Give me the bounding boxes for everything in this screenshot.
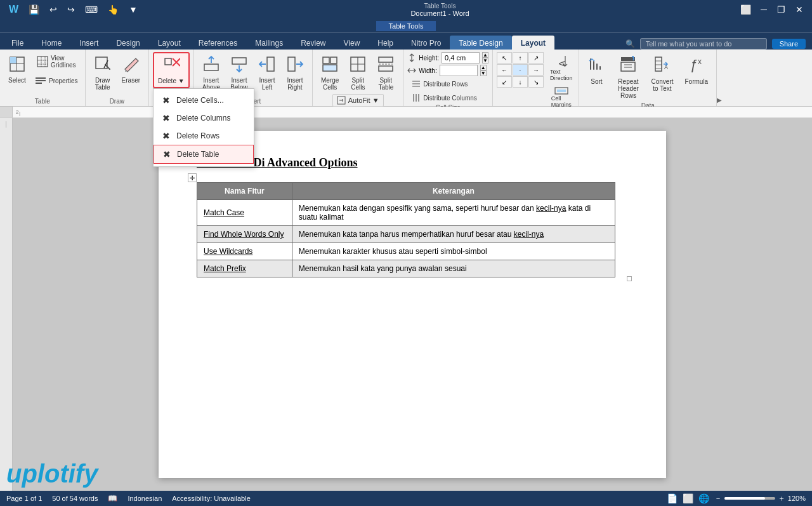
web-layout-icon[interactable]: 🌐: [698, 493, 709, 503]
tab-view[interactable]: View: [335, 36, 369, 50]
desc-cell-2: Menemukan kata tanpa harus memperhatikan…: [292, 226, 615, 243]
width-down-button[interactable]: ▼: [480, 70, 487, 76]
share-button[interactable]: Share: [772, 39, 806, 49]
formula-icon: ƒx: [688, 55, 705, 77]
svg-rect-28: [13, 107, 812, 118]
tab-table-design[interactable]: Table Design: [450, 36, 511, 50]
more-icon[interactable]: ▼: [126, 3, 140, 16]
zoom-in-icon[interactable]: ＋: [778, 493, 785, 504]
cell-margins-button[interactable]: CellMargins: [547, 85, 575, 109]
autofit-button[interactable]: AutoFit ▼: [332, 94, 384, 107]
tab-mailings[interactable]: Mailings: [246, 36, 292, 50]
text-direction-button[interactable]: A TextDirection: [547, 52, 575, 83]
delete-cells-icon: ✖: [161, 95, 171, 105]
view-gridlines-button[interactable]: ViewGridlines: [34, 52, 79, 71]
tab-nitro-pro[interactable]: Nitro Pro: [402, 36, 450, 50]
align-bottom-center-button[interactable]: ↓: [513, 76, 528, 88]
align-middle-right-button[interactable]: →: [528, 64, 544, 76]
insert-right-button[interactable]: InsertRight: [282, 52, 308, 94]
tab-review[interactable]: Review: [292, 36, 334, 50]
status-right: 📄 ⬜ 🌐 － ＋ 120%: [667, 493, 806, 504]
print-layout-icon[interactable]: ⬜: [683, 493, 693, 503]
align-top-left-button[interactable]: ↖: [497, 52, 512, 63]
sort-label: Sort: [591, 78, 602, 85]
draw-table-button[interactable]: DrawTable: [89, 52, 116, 94]
zoom-slider[interactable]: [724, 497, 775, 500]
delete-button[interactable]: Delete ▼: [153, 52, 190, 88]
expand-icon[interactable]: ▶: [717, 97, 722, 103]
feature-cell-1: Match Case: [197, 200, 292, 226]
align-bottom-left-button[interactable]: ↙: [497, 76, 512, 88]
insert-left-button[interactable]: InsertLeft: [254, 52, 280, 94]
distribute-rows-button[interactable]: Distribute Rows: [407, 77, 481, 90]
delete-rows-item[interactable]: ✖ Delete Rows: [154, 127, 254, 145]
col-header-feature: Nama Fitur: [197, 183, 292, 200]
align-bottom-right-button[interactable]: ↘: [528, 76, 544, 88]
align-top-center-button[interactable]: ↑: [513, 52, 528, 63]
zoom-out-icon[interactable]: －: [714, 493, 722, 504]
save-icon[interactable]: 💾: [26, 3, 42, 16]
undo-icon[interactable]: ↩: [47, 3, 60, 16]
ribbon-display-icon[interactable]: ⬜: [740, 3, 752, 16]
eraser-button[interactable]: Eraser: [117, 52, 145, 87]
height-input[interactable]: [442, 52, 480, 63]
language-label[interactable]: Indonesian: [128, 495, 162, 502]
table-move-handle[interactable]: ✛: [188, 173, 197, 182]
align-grid: ↖ ↑ ↗ ← · → ↙ ↓ ↘: [497, 52, 544, 88]
align-top-right-button[interactable]: ↗: [528, 52, 544, 63]
tab-file[interactable]: File: [3, 36, 32, 50]
table-resize-handle[interactable]: [627, 276, 632, 281]
restore-button[interactable]: ❐: [775, 3, 788, 16]
accessibility-status[interactable]: Accessibility: Unavailable: [172, 495, 251, 502]
height-up-button[interactable]: ▲: [482, 52, 488, 58]
tab-design[interactable]: Design: [107, 36, 148, 50]
convert-to-text-button[interactable]: A Convertto Text: [646, 52, 678, 95]
delete-cells-item[interactable]: ✖ Delete Cells...: [154, 91, 254, 109]
properties-button[interactable]: Properties: [32, 72, 81, 89]
select-button[interactable]: Select: [4, 52, 30, 87]
width-input[interactable]: [440, 65, 478, 76]
search-input[interactable]: [640, 38, 767, 50]
document-area[interactable]: Fitur-Fitur Di Advanced Options ✛ Nama F…: [13, 118, 812, 491]
minimize-button[interactable]: ─: [757, 3, 770, 16]
text-direction-label: TextDirection: [550, 69, 573, 81]
delete-columns-item[interactable]: ✖ Delete Columns: [154, 109, 254, 127]
touch-mode-icon[interactable]: 👆: [105, 3, 121, 16]
svg-rect-5: [36, 83, 42, 84]
merge-cells-button[interactable]: MergeCells: [317, 52, 343, 94]
align-middle-left-button[interactable]: ←: [497, 64, 512, 76]
svg-rect-14: [323, 65, 337, 71]
customize-icon[interactable]: ⌨: [82, 3, 100, 16]
sort-button[interactable]: Sort: [583, 52, 610, 88]
distribute-rows-label: Distribute Rows: [423, 81, 468, 88]
split-cells-button[interactable]: SplitCells: [344, 52, 371, 94]
document-name: Document1 - Word: [410, 10, 469, 17]
tab-references[interactable]: References: [190, 36, 246, 50]
distribute-cols-button[interactable]: Distribute Columns: [407, 91, 481, 104]
align-middle-center-button[interactable]: ·: [513, 64, 528, 76]
width-up-button[interactable]: ▲: [480, 65, 487, 70]
data-group-buttons: Sort RepeatHeader Rows A Convertto Text …: [583, 52, 712, 102]
ribbon-tabs: File Home Insert Design Layout Reference…: [0, 33, 812, 50]
split-table-button[interactable]: SplitTable: [372, 52, 399, 94]
split-cells-icon: [349, 55, 367, 76]
tab-help[interactable]: Help: [369, 36, 402, 50]
delete-table-item[interactable]: ✖ Delete Table: [154, 145, 254, 164]
close-button[interactable]: ✕: [793, 3, 806, 16]
tab-layout-active[interactable]: Layout: [512, 36, 554, 50]
zoom-level[interactable]: 120%: [788, 495, 806, 502]
accessibility-icon[interactable]: 📖: [108, 494, 117, 503]
ribbon-expand[interactable]: ▶: [717, 50, 724, 106]
insert-right-icon: [286, 55, 304, 76]
repeat-header-rows-button[interactable]: RepeatHeader Rows: [612, 52, 644, 102]
tab-home[interactable]: Home: [32, 36, 70, 50]
insert-left-icon: [258, 55, 276, 76]
feature-cell-4: Match Prefix: [197, 260, 292, 277]
formula-button[interactable]: ƒx Formula: [680, 52, 712, 88]
convert-icon: A: [653, 55, 671, 77]
redo-icon[interactable]: ↪: [65, 3, 77, 16]
height-down-button[interactable]: ▼: [482, 58, 488, 63]
tab-insert[interactable]: Insert: [70, 36, 107, 50]
tab-layout[interactable]: Layout: [149, 36, 190, 50]
read-mode-icon[interactable]: 📄: [667, 493, 678, 503]
